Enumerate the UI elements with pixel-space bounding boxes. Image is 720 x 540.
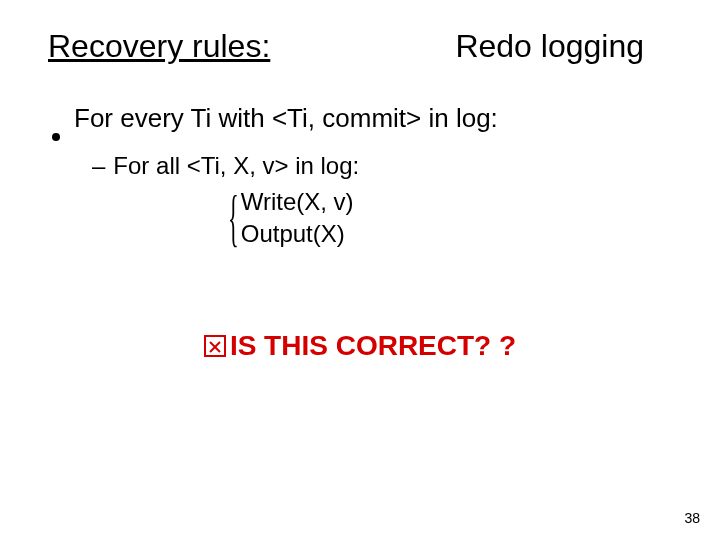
brace-line-2: Output(X): [241, 218, 354, 250]
bullet-level-1: For every Ti with <Ti, commit> in log:: [52, 103, 672, 134]
bullet-level-2: – For all <Ti, X, v> in log:: [92, 152, 672, 180]
x-box-icon: [204, 335, 226, 357]
question-text: IS THIS CORRECT? ?: [230, 330, 516, 361]
dash-icon: –: [92, 152, 105, 180]
brace-line-1: Write(X, v): [241, 186, 354, 218]
question-row: IS THIS CORRECT? ?: [48, 330, 672, 362]
brace-block: { Write(X, v) Output(X): [208, 186, 672, 250]
bullet-text: For every Ti with <Ti, commit> in log:: [74, 103, 498, 134]
slide: Recovery rules: Redo logging For every T…: [0, 0, 720, 540]
title-left: Recovery rules:: [48, 28, 270, 65]
bullet-dot-icon: [52, 133, 60, 141]
slide-header: Recovery rules: Redo logging: [48, 28, 672, 65]
subbullet-text: For all <Ti, X, v> in log:: [113, 152, 359, 180]
left-brace-icon: {: [228, 186, 239, 250]
page-number: 38: [684, 510, 700, 526]
title-right: Redo logging: [455, 28, 644, 65]
brace-lines: Write(X, v) Output(X): [241, 186, 354, 250]
